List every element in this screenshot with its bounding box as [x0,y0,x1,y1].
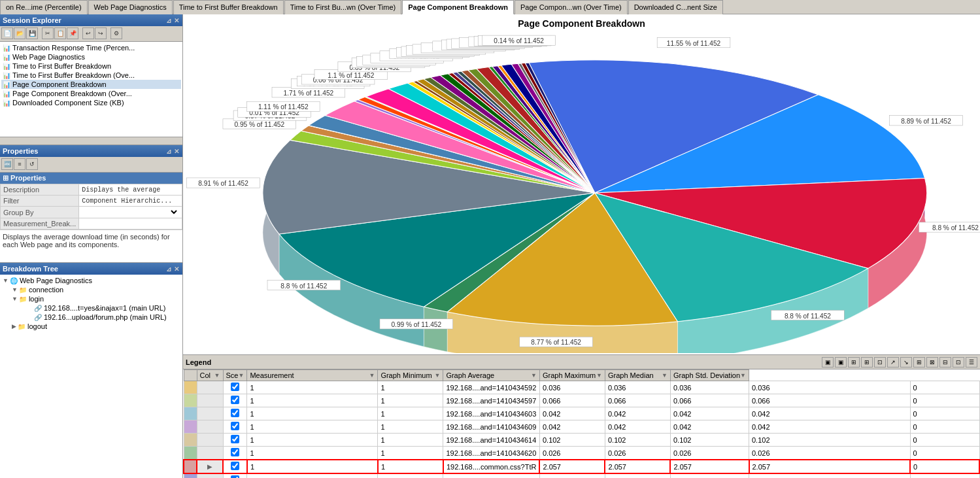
tree-item-dcns[interactable]: 📊 Downloaded Component Size (KB) [1,98,181,107]
row-checkbox[interactable] [223,473,247,478]
new-btn[interactable]: 📄 [1,27,13,39]
legend-btn-11[interactable]: ⊡ [953,357,964,367]
legend-btn-2[interactable]: ▣ [835,357,847,367]
redo-btn[interactable]: ↪ [95,27,107,39]
legend-btn-5[interactable]: ⊡ [874,357,886,367]
std-sort-icon[interactable]: ▼ [740,372,746,379]
tree-item-pcb[interactable]: 📊 Page Component Breakdown [1,80,181,89]
open-btn[interactable]: 📂 [14,27,25,39]
session-explorer-hscrollbar[interactable] [0,137,182,145]
legend-btn-9[interactable]: ⊠ [926,357,938,367]
breakdown-tree-pin-icon[interactable]: ⊿ [165,265,172,273]
tree-item-tfbb[interactable]: 📊 Time to First Buffer Breakdown [1,61,181,71]
close-icon[interactable]: ✕ [173,17,180,24]
icon-url2: 🔗 [34,314,42,321]
tab-tab-trt[interactable]: on Re...ime (Percentile) [0,0,88,14]
max-sort-icon[interactable]: ▼ [596,372,602,379]
cut-btn[interactable]: ✂ [42,27,54,39]
row-checkbox[interactable] [223,407,247,420]
table-row[interactable]: 11192.168....and=14104346030.0420.0420.0… [184,407,979,420]
props-sort-alpha-btn[interactable]: 🔤 [1,158,13,170]
props-val-description[interactable]: Displays the average [79,184,182,196]
expand-wpd[interactable]: ▼ [3,277,8,284]
table-row[interactable]: 11192.168....and=14104346200.0260.0260.0… [184,447,979,460]
tree-item-wpd[interactable]: 📊 Web Page Diagnostics [1,52,181,61]
row-checkbox[interactable] [223,434,247,447]
save-btn[interactable]: 💾 [26,27,38,39]
row-marker [197,381,223,394]
bt-item-url2[interactable]: 🔗 192.16...upload/forum.php (main URL) [1,313,181,322]
table-row[interactable]: 11192.168....and=14104346140.1020.1020.1… [184,434,979,447]
breakdown-tree-close-icon[interactable]: ✕ [173,265,180,273]
table-row[interactable]: ▶11192.168....common.css?TtR2.0572.0572.… [184,460,979,473]
th-med[interactable]: Graph Median ▼ [605,370,670,381]
table-row[interactable]: 11192.168....e supermod.gif0.0010.0010.0… [184,473,979,478]
row-checkbox[interactable] [223,420,247,434]
th-measurement[interactable]: Measurement ▼ [247,370,378,381]
pin-icon[interactable]: ⊿ [165,17,172,24]
props-sort-cat-btn[interactable]: ≡ [14,158,25,170]
med-sort-icon[interactable]: ▼ [662,372,667,379]
tab-tab-pcbot[interactable]: Page Compon...wn (Over Time) [515,0,628,14]
tab-tab-wpd[interactable]: Web Page Diagnostics [88,0,173,14]
tab-tab-dcns[interactable]: Downloaded C...nent Size [628,0,723,14]
paste-btn[interactable]: 📌 [67,27,78,39]
row-checkbox[interactable] [223,381,247,394]
expand-logout[interactable]: ▶ [12,323,16,330]
avg-sort-icon[interactable]: ▼ [531,372,537,379]
tab-tab-pcb[interactable]: Page Component Breakdown [402,0,514,14]
measurement-sort-icon[interactable]: ▼ [369,372,375,379]
legend-btn-8[interactable]: ⊞ [913,357,925,367]
row-checkbox[interactable] [223,394,247,407]
legend-btn-4[interactable]: ⊞ [861,357,873,367]
row-checkbox[interactable] [223,460,247,473]
th-std[interactable]: Graph Std. Deviation ▼ [670,370,749,381]
col-sort-icon[interactable]: ▼ [214,372,220,379]
scen-sort-icon[interactable]: ▼ [238,372,244,379]
legend-btn-3[interactable]: ⊞ [848,357,860,367]
chart-icon-pcbot: 📊 [3,90,10,97]
th-scen[interactable]: Sce ▼ [223,370,247,381]
table-row[interactable]: 11192.168....and=14104345920.0360.0360.0… [184,381,979,394]
tree-item-tfbbot[interactable]: 📊 Time to First Buffer Breakdown (Ove... [1,71,181,80]
undo-btn[interactable]: ↩ [82,27,94,39]
th-avg[interactable]: Graph Average ▼ [443,370,540,381]
legend-btn-10[interactable]: ⊟ [939,357,951,367]
legend-btn-7[interactable]: ↘ [900,357,912,367]
bt-item-wpd[interactable]: ▼ 🌐 Web Page Diagnostics [1,276,181,285]
tree-item-pcbot[interactable]: 📊 Page Component Breakdown (Over... [1,89,181,98]
props-btn[interactable]: ⚙ [110,27,122,39]
th-col[interactable]: Col ▼ [197,370,223,381]
copy-btn[interactable]: 📋 [54,27,66,39]
bt-item-connection[interactable]: ▼ 📁 connection [1,285,181,294]
props-refresh-btn[interactable]: ↺ [26,158,38,170]
table-row[interactable]: 11192.168....and=14104346090.0420.0420.0… [184,420,979,434]
legend-btn-6[interactable]: ↗ [887,357,899,367]
bt-item-url1[interactable]: 🔗 192.168....t=yes&inajax=1 (main URL) [1,303,181,313]
color-indicator [184,473,197,478]
properties-close-icon[interactable]: ✕ [173,148,180,155]
expand-connection[interactable]: ▼ [12,286,18,293]
row-cell-7: 0 [910,434,979,447]
th-max[interactable]: Graph Maximum ▼ [539,370,605,381]
tree-item-trt[interactable]: 📊 Transaction Response Time (Percen... [1,43,181,52]
min-sort-icon[interactable]: ▼ [434,372,440,379]
legend-btn-12[interactable]: ☰ [966,357,977,367]
props-val-filter[interactable]: Component Hierarchic... [79,196,182,207]
row-cell-4: 0.042 [605,407,670,420]
legend-btn-1[interactable]: ▣ [822,357,834,367]
row-checkbox[interactable] [223,447,247,460]
data-table-wrap[interactable]: Col ▼ Sce ▼ [183,369,980,478]
th-avg-label: Graph Average [446,371,494,379]
tab-tab-tfbbot[interactable]: Time to First Bu...wn (Over Time) [284,0,402,14]
expand-login[interactable]: ▼ [12,296,18,302]
groupby-select[interactable] [82,208,179,216]
bt-item-logout[interactable]: ▶ 📁 logout [1,322,181,331]
th-min[interactable]: Graph Minimum ▼ [378,370,443,381]
props-val-groupby[interactable] [79,207,182,218]
bt-item-login[interactable]: ▼ 📁 login [1,294,181,303]
props-val-mbreak[interactable] [79,218,182,230]
properties-pin-icon[interactable]: ⊿ [165,148,172,155]
tab-tab-tfbb[interactable]: Time to First Buffer Breakdown [173,0,284,14]
table-row[interactable]: 11192.168....and=14104345970.0660.0660.0… [184,394,979,407]
